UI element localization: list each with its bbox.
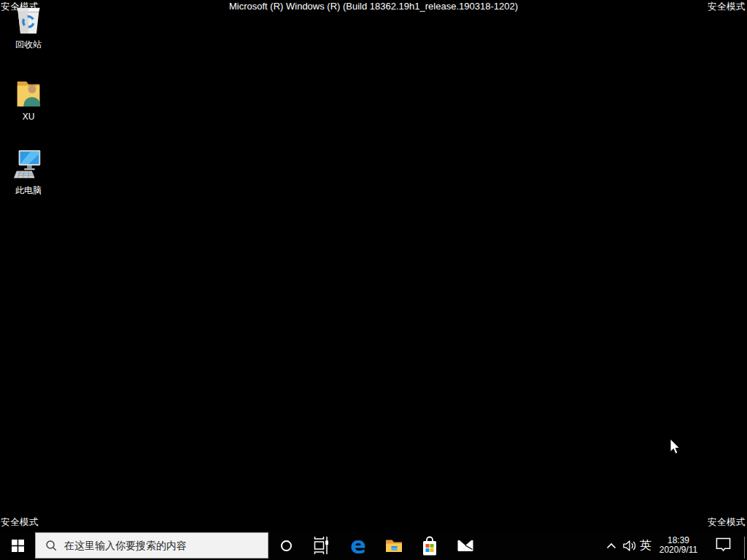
tray-ime-indicator[interactable]: 英 — [638, 531, 654, 560]
search-icon — [45, 540, 58, 552]
recycle-bin-icon — [13, 3, 44, 35]
action-center-button[interactable] — [712, 531, 734, 560]
user-folder-icon — [13, 76, 44, 108]
safe-mode-label-bottom-right: 安全模式 — [708, 516, 746, 529]
tray-time: 18:39 — [667, 536, 689, 546]
desktop-icon-this-pc[interactable]: 此电脑 — [0, 149, 57, 197]
chevron-up-icon — [606, 542, 616, 549]
task-view-icon — [313, 536, 329, 555]
this-pc-icon — [12, 149, 44, 181]
store-bag-icon — [420, 534, 439, 557]
show-desktop-divider — [744, 537, 745, 559]
mail-button[interactable] — [449, 531, 482, 560]
mouse-cursor — [670, 438, 681, 456]
edge-e-icon: e — [350, 535, 366, 556]
speaker-icon — [622, 540, 636, 552]
tray-clock[interactable]: 18:39 2020/9/11 — [654, 531, 703, 560]
taskbar-search-box[interactable] — [35, 532, 268, 559]
tray-hidden-icons-button[interactable] — [604, 531, 619, 560]
microsoft-store-button[interactable] — [413, 531, 446, 560]
folder-icon — [384, 537, 403, 554]
tray-volume-button[interactable] — [620, 531, 638, 560]
cortana-circle-icon — [281, 540, 292, 551]
envelope-icon — [457, 539, 474, 553]
safe-mode-label-bottom-left: 安全模式 — [1, 516, 39, 529]
task-view-button[interactable] — [304, 531, 338, 560]
notification-bubble-icon — [716, 537, 731, 554]
desktop-icon-label: 此电脑 — [0, 184, 57, 197]
desktop-icon-user-folder-xu[interactable]: XU — [0, 76, 57, 122]
file-explorer-button[interactable] — [377, 531, 411, 560]
show-desktop-button[interactable] — [742, 531, 747, 560]
desktop-icon-label: 回收站 — [0, 39, 57, 51]
search-input[interactable] — [64, 533, 268, 558]
edge-button[interactable]: e — [341, 531, 375, 560]
tray-date: 2020/9/11 — [659, 545, 698, 556]
windows-build-banner: Microsoft (R) Windows (R) (Build 18362.1… — [0, 1, 747, 12]
desktop-icon-label: XU — [0, 112, 57, 122]
cortana-button[interactable] — [269, 531, 303, 560]
windows-logo-icon — [12, 540, 24, 552]
start-button[interactable] — [0, 531, 35, 560]
taskbar: e — [0, 531, 747, 560]
desktop-icon-recycle-bin[interactable]: 回收站 — [0, 3, 57, 51]
